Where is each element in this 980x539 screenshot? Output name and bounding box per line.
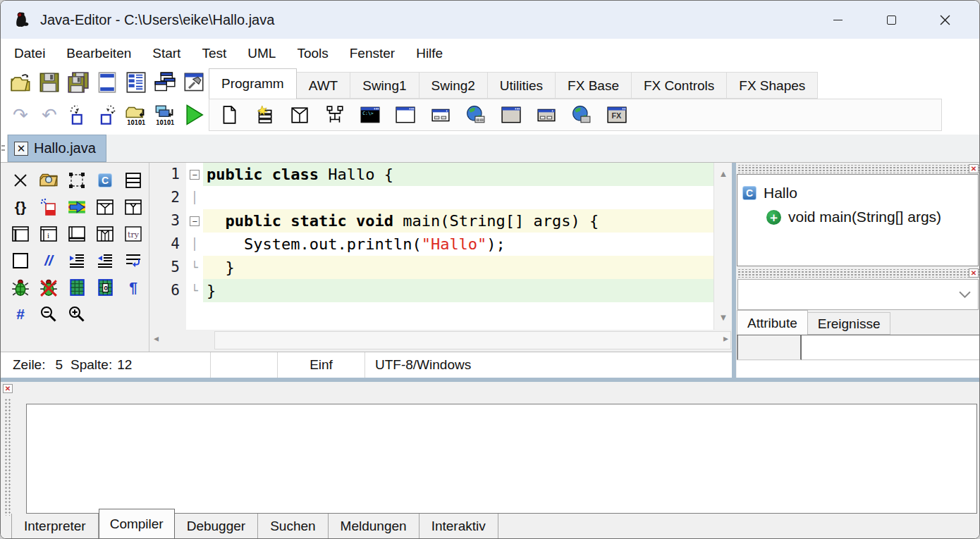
code-line[interactable]: 6└} [149, 279, 733, 302]
tab-close-icon[interactable]: ✕ [14, 142, 28, 156]
window-split-top-icon[interactable] [91, 194, 119, 221]
code-filler[interactable] [149, 302, 733, 330]
paragraph-icon[interactable]: ¶ [119, 274, 147, 301]
paste-component-icon[interactable] [67, 104, 90, 126]
debug-stop-icon[interactable] [35, 274, 63, 301]
folder-to-code-icon[interactable]: 1O1O1 [125, 104, 147, 126]
close-button[interactable] [919, 1, 971, 39]
redo-icon[interactable]: ↷ [9, 104, 32, 126]
frame-program-icon[interactable] [394, 104, 417, 126]
menu-item-datei[interactable]: Datei [4, 39, 56, 68]
window-bottom-icon[interactable] [63, 221, 91, 247]
code-text[interactable] [203, 186, 733, 209]
inspector-tab-ereignisse[interactable]: Ereignisse [807, 312, 891, 335]
output-tab-debugger[interactable]: Debugger [175, 514, 258, 539]
undo-icon[interactable]: ↶ [38, 104, 61, 126]
minimize-button[interactable] [811, 1, 864, 39]
uml-flag-icon[interactable] [63, 194, 91, 221]
structure-icon[interactable] [119, 167, 147, 194]
inspector-tab-attribute[interactable]: Attribute [737, 310, 808, 335]
property-value-cell[interactable] [802, 335, 980, 360]
code-text[interactable]: public class Hallo { [203, 163, 733, 186]
output-panel-handle[interactable] [4, 397, 11, 516]
class-diagram-icon[interactable] [324, 104, 346, 126]
japplet-icon[interactable] [570, 104, 593, 126]
fold-collapse-icon[interactable]: − [190, 170, 200, 180]
code-text[interactable]: } [203, 279, 733, 302]
fold-collapse-icon[interactable]: − [190, 216, 200, 226]
component-combobox[interactable] [737, 279, 979, 310]
menu-item-hilfe[interactable]: Hilfe [405, 39, 453, 68]
ribbon-tab-programm[interactable]: Programm [209, 68, 297, 99]
hscroll-track[interactable] [214, 331, 731, 349]
ribbon-tab-awt[interactable]: AWT [296, 72, 351, 99]
code-line[interactable]: 3− public static void main(String[] args… [149, 209, 733, 233]
menu-item-tools[interactable]: Tools [286, 39, 338, 68]
open-file-icon[interactable] [9, 71, 32, 94]
close-icon[interactable] [6, 167, 35, 194]
format-source-icon[interactable] [35, 194, 63, 221]
compile-icon[interactable] [183, 71, 205, 94]
braces-icon[interactable]: {} [6, 194, 35, 221]
compiler-output-area[interactable] [26, 404, 977, 514]
code-line[interactable]: 2│ [149, 186, 733, 209]
code-line[interactable]: 4│ System.out.println("Hallo"); [149, 233, 733, 256]
document-tab-hallo[interactable]: ✕ Hallo.java [8, 135, 106, 162]
zoom-out-icon[interactable] [35, 301, 63, 328]
javafx-program-icon[interactable]: FX [606, 104, 628, 126]
window-center-icon[interactable] [91, 221, 119, 247]
try-catch-icon[interactable]: try [119, 221, 147, 247]
ribbon-tab-fx-shapes[interactable]: FX Shapes [726, 72, 818, 99]
word-wrap-icon[interactable] [119, 247, 147, 274]
window-info-icon[interactable]: i [35, 221, 63, 247]
ribbon-tab-fx-base[interactable]: FX Base [555, 72, 632, 99]
structure-panel-handle[interactable]: ✕ [737, 165, 980, 173]
structogram-icon[interactable] [288, 104, 311, 126]
swing-frame-icon[interactable] [500, 104, 522, 126]
empty-page-icon[interactable] [218, 104, 240, 126]
menu-item-fenster[interactable]: Fenster [339, 39, 405, 68]
structure-view-icon[interactable] [125, 71, 147, 94]
save-all-icon[interactable] [67, 71, 90, 94]
ribbon-tab-fx-controls[interactable]: FX Controls [631, 72, 727, 99]
window-split-top2-icon[interactable] [119, 194, 147, 221]
class-icon[interactable]: C [91, 167, 119, 194]
structure-method-row[interactable]: ＋ void main(String[] args) [766, 205, 978, 229]
property-name-cell[interactable] [737, 335, 802, 360]
output-tab-interaktiv[interactable]: Interaktiv [419, 514, 498, 539]
applet-program-icon[interactable] [465, 104, 487, 126]
code-text-filler[interactable] [203, 302, 733, 330]
structure-class-row[interactable]: C Hallo [742, 181, 978, 205]
selection-frame-icon[interactable] [63, 167, 91, 194]
scroll-up-icon[interactable]: ▲ [714, 168, 733, 179]
menu-item-start[interactable]: Start [142, 39, 191, 68]
indent-icon[interactable] [63, 247, 91, 274]
line-numbers-icon[interactable]: # [6, 301, 35, 328]
output-panel-close-icon[interactable]: ✕ [3, 384, 13, 393]
window-left-icon[interactable] [6, 221, 35, 247]
dialog-program-icon[interactable] [429, 104, 452, 126]
save-icon[interactable] [38, 71, 61, 94]
tab-strip-handle[interactable] [1, 145, 5, 151]
code-text[interactable]: } [203, 256, 733, 279]
scroll-left-icon[interactable]: ◂ [154, 333, 159, 344]
code-text[interactable]: public static void main(String[] args) { [203, 209, 733, 233]
inspector-property-grid[interactable] [737, 335, 980, 360]
output-tab-interpreter[interactable]: Interpreter [11, 514, 99, 539]
ribbon-tab-utilities[interactable]: Utilities [487, 72, 556, 99]
unindent-icon[interactable] [91, 247, 119, 274]
menu-item-uml[interactable]: UML [237, 39, 286, 68]
new-class-icon[interactable] [253, 104, 276, 126]
menu-item-bearbeiten[interactable]: Bearbeiten [56, 39, 142, 68]
scroll-down-icon[interactable]: ▼ [714, 312, 733, 323]
structure-panel-close-icon[interactable]: ✕ [969, 164, 979, 173]
comment-icon[interactable]: // [35, 247, 63, 274]
cascade-windows-icon[interactable] [154, 71, 176, 94]
matrix-icon[interactable] [63, 274, 91, 301]
matrix-zero-icon[interactable]: 0 [91, 274, 119, 301]
scroll-right-icon[interactable]: ▸ [723, 333, 728, 344]
ribbon-tab-swing2[interactable]: Swing2 [419, 72, 488, 99]
maximize-button[interactable] [865, 1, 917, 39]
code-lines[interactable]: 1−public class Hallo {2│3− public static… [149, 163, 733, 330]
zoom-in-icon[interactable] [63, 301, 91, 328]
